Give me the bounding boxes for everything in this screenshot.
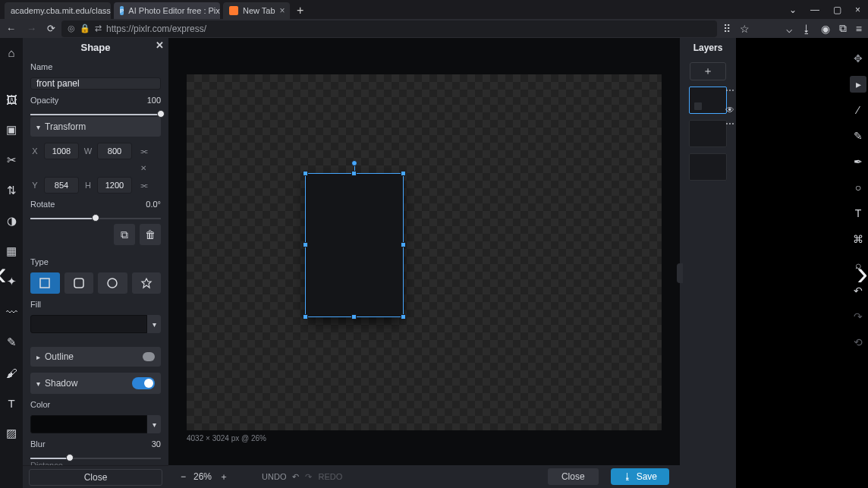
shadow-color-swatch[interactable]: ▾	[30, 415, 161, 433]
forward-icon[interactable]: →	[27, 23, 36, 34]
layer-options-icon[interactable]: ⋯	[725, 118, 734, 129]
save-button[interactable]: ⭳ Save	[611, 468, 669, 485]
x-input[interactable]	[44, 143, 79, 159]
browser-tab-2[interactable]: P AI Photo Editor free : Pixlr Expre ×	[114, 2, 220, 19]
resize-handle[interactable]	[303, 314, 308, 320]
chevron-down-icon[interactable]: ▾	[147, 315, 161, 333]
resize-handle[interactable]	[401, 314, 406, 320]
panel-collapse-handle[interactable]	[677, 263, 683, 283]
chevron-down-icon[interactable]: ▾	[147, 415, 161, 433]
fill-swatch[interactable]: ▾	[30, 315, 161, 333]
eyedropper-icon[interactable]: ⌕	[850, 257, 866, 273]
browser-tab-1[interactable]: academy.cba.mit.edu/classes/comp ×	[5, 2, 111, 19]
close-panel-button[interactable]: Close	[29, 469, 162, 486]
close-panel-icon[interactable]: ✕	[156, 39, 164, 51]
bezier-icon[interactable]: ✒	[850, 153, 866, 170]
shape-type-rect[interactable]	[30, 272, 60, 294]
duplicate-button[interactable]: ⧉	[114, 224, 135, 245]
wand-icon[interactable]: ⁄	[850, 102, 866, 118]
brush-icon[interactable]: 🖌	[2, 363, 21, 383]
layer-thumb-1[interactable]	[689, 87, 727, 114]
resize-handle[interactable]	[303, 242, 308, 247]
y-label: Y	[30, 181, 39, 190]
add-layer-button[interactable]: ＋	[690, 62, 726, 80]
adjust-icon[interactable]: ⇅	[2, 181, 21, 200]
shape-type-ellipse[interactable]	[98, 272, 127, 294]
undo-label[interactable]: UNDO	[262, 472, 286, 481]
menu-icon[interactable]: ≡	[856, 23, 862, 35]
shape-type-rounded[interactable]	[64, 272, 94, 294]
grid-icon[interactable]: ▦	[2, 241, 21, 261]
undo-icon[interactable]: ↶	[850, 282, 866, 299]
text-tool-icon[interactable]: T	[850, 205, 866, 222]
w-input[interactable]	[97, 143, 132, 159]
extensions-icon[interactable]: ⧉	[839, 22, 847, 35]
account-icon[interactable]: ◉	[821, 23, 830, 35]
outline-section-header[interactable]: ▸ Outline	[30, 347, 161, 367]
translate-icon[interactable]: ⠿	[723, 23, 731, 35]
sparkle-icon[interactable]: ✦	[2, 272, 21, 291]
circle-icon[interactable]: ○	[850, 179, 866, 196]
y-input[interactable]	[44, 177, 79, 194]
back-icon[interactable]: ←	[6, 23, 16, 34]
text-icon[interactable]: T	[2, 393, 21, 413]
pocket-icon[interactable]: ⌵	[786, 23, 792, 35]
pen-tool-icon[interactable]: ✎	[850, 128, 866, 144]
opacity-value: 100	[147, 96, 161, 105]
home-icon[interactable]: ⌂	[2, 43, 21, 62]
layer-thumb-2[interactable]	[689, 120, 727, 147]
outline-toggle-off[interactable]	[143, 352, 155, 361]
eye-icon[interactable]: 👁	[725, 105, 734, 115]
shadow-toggle-on[interactable]	[132, 377, 155, 389]
transform-section-header[interactable]: ▾ Transform	[30, 117, 161, 137]
chevron-down-icon[interactable]: ⌄	[789, 5, 797, 15]
resize-handle[interactable]	[351, 171, 357, 176]
resize-handle[interactable]	[351, 314, 357, 320]
redo-label[interactable]: REDO	[318, 472, 342, 481]
image-add-icon[interactable]: 🖼	[2, 90, 21, 109]
browser-tab-3[interactable]: New Tab ×	[223, 2, 290, 19]
history-icon[interactable]: ⟲	[850, 334, 866, 351]
rotation-handle[interactable]	[351, 160, 357, 166]
minimize-icon[interactable]: —	[810, 5, 819, 15]
move-icon[interactable]: ✥	[850, 50, 866, 67]
selected-shape[interactable]	[305, 173, 404, 317]
link-icon[interactable]: ⫘	[137, 146, 150, 156]
tab-label: New Tab	[243, 6, 275, 15]
cut-icon[interactable]: ✂	[2, 150, 21, 170]
reload-icon[interactable]: ⟳	[47, 23, 55, 34]
close-icon[interactable]: ×	[280, 5, 285, 16]
panel-header: Shape ✕	[23, 38, 168, 56]
crop-icon[interactable]: ▣	[2, 120, 21, 140]
link-icon[interactable]: ⌘	[850, 231, 866, 247]
zoom-in-icon[interactable]: ＋	[219, 471, 228, 483]
layer-options-icon[interactable]: ⋯	[725, 85, 734, 96]
maximize-icon[interactable]: ▢	[833, 5, 841, 15]
delete-button[interactable]: 🗑	[140, 224, 161, 245]
layer-thumb-3[interactable]	[689, 153, 727, 181]
shadow-section-header[interactable]: ▾ Shadow	[30, 373, 161, 394]
reset-icon[interactable]: ✕	[137, 164, 150, 172]
resize-handle[interactable]	[401, 171, 406, 176]
url-input[interactable]: ◎ 🔒 ⇄ https://pixlr.com/express/	[61, 20, 717, 37]
name-input[interactable]	[30, 77, 161, 90]
close-button[interactable]: Close	[548, 468, 599, 485]
redo-icon[interactable]: ↷	[850, 308, 866, 325]
contrast-icon[interactable]: ◑	[2, 211, 21, 231]
zoom-out-icon[interactable]: −	[181, 471, 186, 482]
shape-type-star[interactable]	[132, 272, 162, 294]
resize-handle[interactable]	[303, 171, 308, 176]
lasso-icon[interactable]: 〰	[2, 302, 21, 322]
transform-label: Transform	[45, 121, 86, 132]
pattern-icon[interactable]: ▨	[2, 423, 21, 443]
close-icon[interactable]: ×	[855, 5, 860, 15]
h-input[interactable]	[97, 177, 132, 194]
download-icon[interactable]: ⭳	[801, 23, 812, 35]
resize-handle[interactable]	[401, 242, 406, 247]
pointer-icon[interactable]: ▸	[850, 76, 866, 93]
pen-icon[interactable]: ✎	[2, 332, 21, 352]
link-icon[interactable]: ⫘	[137, 181, 150, 190]
new-tab-button[interactable]: +	[291, 2, 310, 19]
canvas-area[interactable]: 4032 × 3024 px @ 26%	[168, 38, 680, 488]
bookmark-icon[interactable]: ☆	[740, 23, 750, 35]
